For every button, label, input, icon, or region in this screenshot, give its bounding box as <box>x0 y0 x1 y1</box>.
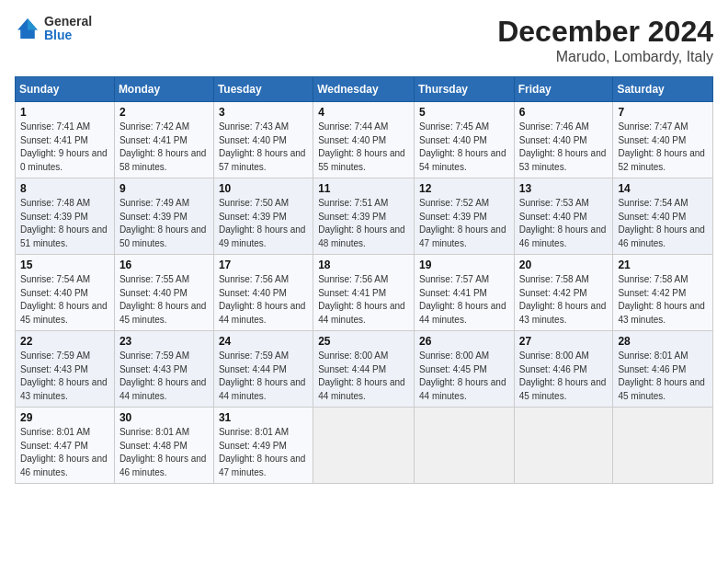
daylight-text: Daylight: 8 hours and 49 minutes. <box>219 224 306 248</box>
sunrise-text: Sunrise: 7:47 AM <box>618 121 688 132</box>
sunset-text: Sunset: 4:43 PM <box>119 364 188 374</box>
day-detail: Sunrise: 7:55 AMSunset: 4:40 PMDaylight:… <box>119 273 209 327</box>
day-number: 18 <box>318 259 409 271</box>
calendar-cell: 15Sunrise: 7:54 AMSunset: 4:40 PMDayligh… <box>16 255 115 331</box>
day-detail: Sunrise: 7:43 AMSunset: 4:40 PMDaylight:… <box>219 121 308 174</box>
sunrise-text: Sunrise: 7:43 AM <box>219 121 289 132</box>
day-detail: Sunrise: 8:01 AMSunset: 4:47 PMDaylight:… <box>20 426 109 479</box>
day-number: 14 <box>618 182 708 195</box>
day-number: 13 <box>519 182 609 195</box>
sunset-text: Sunset: 4:39 PM <box>20 212 88 222</box>
logo-line2: Blue <box>44 29 92 42</box>
day-detail: Sunrise: 7:52 AMSunset: 4:39 PMDaylight:… <box>419 197 509 250</box>
calendar-cell: 26Sunrise: 8:00 AMSunset: 4:45 PMDayligh… <box>414 331 514 408</box>
sunset-text: Sunset: 4:40 PM <box>20 288 88 298</box>
daylight-text: Daylight: 8 hours and 45 minutes. <box>20 301 108 325</box>
sunrise-text: Sunrise: 7:52 AM <box>419 198 489 208</box>
sunrise-text: Sunrise: 7:46 AM <box>519 121 589 132</box>
sunset-text: Sunset: 4:42 PM <box>519 288 587 298</box>
sunrise-text: Sunrise: 7:54 AM <box>20 274 90 284</box>
day-number: 7 <box>618 106 708 119</box>
day-number: 27 <box>519 335 609 348</box>
day-detail: Sunrise: 7:44 AMSunset: 4:40 PMDaylight:… <box>318 121 409 174</box>
logo: General Blue <box>15 15 92 43</box>
calendar-cell <box>514 408 613 484</box>
sunset-text: Sunset: 4:48 PM <box>119 441 188 451</box>
calendar-table: SundayMondayTuesdayWednesdayThursdayFrid… <box>15 76 713 484</box>
daylight-text: Daylight: 8 hours and 47 minutes. <box>219 454 306 477</box>
sunset-text: Sunset: 4:40 PM <box>519 212 587 222</box>
sunset-text: Sunset: 4:40 PM <box>119 288 188 298</box>
daylight-text: Daylight: 8 hours and 44 minutes. <box>419 377 506 401</box>
day-number: 15 <box>20 259 109 271</box>
day-number: 25 <box>318 335 409 348</box>
day-detail: Sunrise: 7:57 AMSunset: 4:41 PMDaylight:… <box>419 273 509 327</box>
calendar-week-4: 22Sunrise: 7:59 AMSunset: 4:43 PMDayligh… <box>16 331 713 408</box>
sunrise-text: Sunrise: 7:54 AM <box>618 198 688 208</box>
sunrise-text: Sunrise: 7:59 AM <box>119 350 189 361</box>
daylight-text: Daylight: 8 hours and 44 minutes. <box>219 377 306 401</box>
calendar-cell: 12Sunrise: 7:52 AMSunset: 4:39 PMDayligh… <box>414 178 514 255</box>
day-detail: Sunrise: 8:00 AMSunset: 4:44 PMDaylight:… <box>318 350 409 403</box>
daylight-text: Daylight: 8 hours and 52 minutes. <box>618 148 705 172</box>
daylight-text: Daylight: 8 hours and 44 minutes. <box>419 301 506 325</box>
day-detail: Sunrise: 7:58 AMSunset: 4:42 PMDaylight:… <box>519 273 609 327</box>
sunrise-text: Sunrise: 7:53 AM <box>519 198 589 208</box>
calendar-cell: 11Sunrise: 7:51 AMSunset: 4:39 PMDayligh… <box>313 178 415 255</box>
day-detail: Sunrise: 7:59 AMSunset: 4:44 PMDaylight:… <box>219 350 308 403</box>
weekday-wednesday: Wednesday <box>313 77 415 102</box>
page-header: General Blue December 2024 Marudo, Lomba… <box>15 15 713 65</box>
calendar-cell: 23Sunrise: 7:59 AMSunset: 4:43 PMDayligh… <box>114 331 213 408</box>
sunrise-text: Sunrise: 7:51 AM <box>318 198 388 208</box>
daylight-text: Daylight: 8 hours and 46 minutes. <box>119 454 207 477</box>
day-number: 20 <box>519 259 609 271</box>
sunset-text: Sunset: 4:44 PM <box>318 364 386 374</box>
day-detail: Sunrise: 7:53 AMSunset: 4:40 PMDaylight:… <box>519 197 609 250</box>
sunrise-text: Sunrise: 7:49 AM <box>119 198 189 208</box>
sunset-text: Sunset: 4:44 PM <box>219 364 287 374</box>
daylight-text: Daylight: 8 hours and 47 minutes. <box>419 224 506 248</box>
daylight-text: Daylight: 8 hours and 50 minutes. <box>119 224 207 248</box>
logo-text: General Blue <box>44 15 92 43</box>
sunset-text: Sunset: 4:45 PM <box>419 364 487 374</box>
daylight-text: Daylight: 8 hours and 58 minutes. <box>119 148 207 172</box>
day-detail: Sunrise: 7:45 AMSunset: 4:40 PMDaylight:… <box>419 121 509 174</box>
sunrise-text: Sunrise: 7:48 AM <box>20 198 90 208</box>
day-number: 26 <box>419 335 509 348</box>
day-detail: Sunrise: 7:54 AMSunset: 4:40 PMDaylight:… <box>618 197 708 250</box>
day-number: 31 <box>219 411 308 424</box>
daylight-text: Daylight: 8 hours and 55 minutes. <box>318 148 405 172</box>
calendar-cell: 21Sunrise: 7:58 AMSunset: 4:42 PMDayligh… <box>613 255 713 331</box>
daylight-text: Daylight: 8 hours and 44 minutes. <box>119 377 207 401</box>
calendar-cell: 29Sunrise: 8:01 AMSunset: 4:47 PMDayligh… <box>16 408 115 484</box>
day-number: 2 <box>119 106 209 119</box>
day-detail: Sunrise: 8:00 AMSunset: 4:46 PMDaylight:… <box>519 350 609 403</box>
day-number: 23 <box>119 335 209 348</box>
calendar-cell: 19Sunrise: 7:57 AMSunset: 4:41 PMDayligh… <box>414 255 514 331</box>
day-number: 21 <box>618 259 708 271</box>
daylight-text: Daylight: 8 hours and 46 minutes. <box>519 224 607 248</box>
weekday-friday: Friday <box>514 77 613 102</box>
day-detail: Sunrise: 7:49 AMSunset: 4:39 PMDaylight:… <box>119 197 209 250</box>
day-number: 4 <box>318 106 409 119</box>
calendar-cell <box>613 408 713 484</box>
sunset-text: Sunset: 4:39 PM <box>419 212 487 222</box>
day-detail: Sunrise: 7:42 AMSunset: 4:41 PMDaylight:… <box>119 121 209 174</box>
day-number: 8 <box>20 182 109 195</box>
sunrise-text: Sunrise: 7:44 AM <box>318 121 388 132</box>
day-detail: Sunrise: 7:46 AMSunset: 4:40 PMDaylight:… <box>519 121 609 174</box>
day-number: 9 <box>119 182 209 195</box>
day-detail: Sunrise: 7:56 AMSunset: 4:40 PMDaylight:… <box>219 273 308 327</box>
day-number: 5 <box>419 106 509 119</box>
sunrise-text: Sunrise: 8:01 AM <box>20 427 90 437</box>
sunrise-text: Sunrise: 7:55 AM <box>119 274 189 284</box>
day-number: 12 <box>419 182 509 195</box>
sunrise-text: Sunrise: 8:01 AM <box>618 350 688 361</box>
daylight-text: Daylight: 8 hours and 54 minutes. <box>419 148 506 172</box>
sunrise-text: Sunrise: 7:42 AM <box>119 121 189 132</box>
sunset-text: Sunset: 4:40 PM <box>618 212 686 222</box>
calendar-body: 1Sunrise: 7:41 AMSunset: 4:41 PMDaylight… <box>16 102 713 484</box>
sunset-text: Sunset: 4:41 PM <box>119 135 188 145</box>
calendar-cell <box>313 408 415 484</box>
calendar-cell: 28Sunrise: 8:01 AMSunset: 4:46 PMDayligh… <box>613 331 713 408</box>
